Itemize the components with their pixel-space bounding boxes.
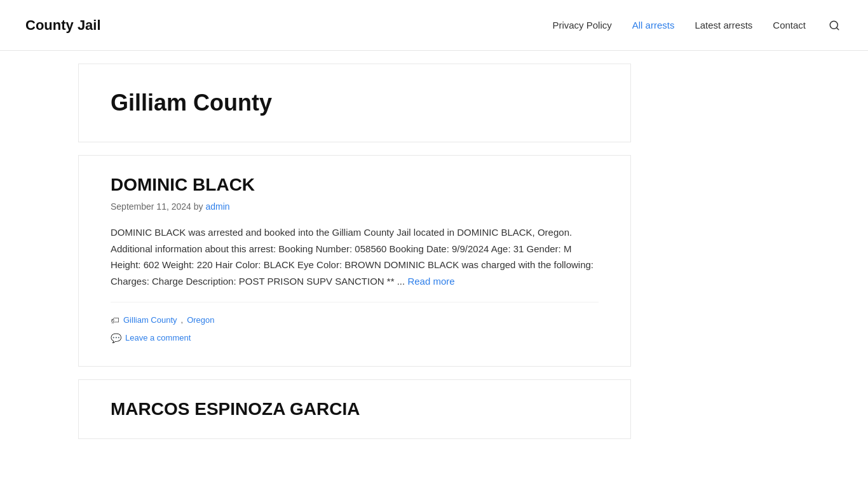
main-content: Gilliam County DOMINIC BLACK September 1… — [78, 51, 631, 452]
search-icon — [829, 20, 840, 31]
svg-line-1 — [836, 27, 838, 29]
article-footer: 🏷 Gilliam County, Oregon 💬 Leave a comme… — [111, 302, 599, 347]
article-author[interactable]: admin — [205, 201, 229, 212]
nav-latest-arrests[interactable]: Latest arrests — [695, 20, 752, 30]
article-by: by — [194, 201, 206, 212]
nav-privacy-policy[interactable]: Privacy Policy — [552, 20, 611, 30]
article-meta: September 11, 2024 by admin — [111, 201, 599, 212]
categories-row: 🏷 Gilliam County, Oregon — [111, 311, 599, 329]
article-card: DOMINIC BLACK September 11, 2024 by admi… — [78, 155, 631, 367]
search-button[interactable] — [826, 17, 843, 34]
read-more-link[interactable]: Read more — [407, 276, 454, 287]
article-title-2[interactable]: MARCOS ESPINOZA GARCIA — [111, 399, 599, 419]
nav-all-arrests[interactable]: All arrests — [632, 20, 675, 30]
nav-contact[interactable]: Contact — [773, 20, 806, 30]
category-header: Gilliam County — [78, 64, 631, 142]
category-link-gilliam[interactable]: Gilliam County — [123, 312, 177, 329]
category-icon: 🏷 — [111, 311, 119, 329]
site-logo[interactable]: County Jail — [25, 17, 101, 34]
comment-icon: 💬 — [111, 329, 121, 347]
main-nav: Privacy Policy All arrests Latest arrest… — [552, 17, 843, 34]
category-link-oregon[interactable]: Oregon — [187, 312, 214, 329]
leave-comment-link[interactable]: Leave a comment — [125, 330, 191, 346]
article-date: September 11, 2024 — [111, 201, 191, 212]
article-excerpt: DOMINIC BLACK was arrested and booked in… — [111, 224, 599, 289]
category-title: Gilliam County — [111, 90, 599, 116]
article-card-2: MARCOS ESPINOZA GARCIA — [78, 379, 631, 439]
article-title[interactable]: DOMINIC BLACK — [111, 175, 599, 195]
comments-row: 💬 Leave a comment — [111, 329, 599, 347]
